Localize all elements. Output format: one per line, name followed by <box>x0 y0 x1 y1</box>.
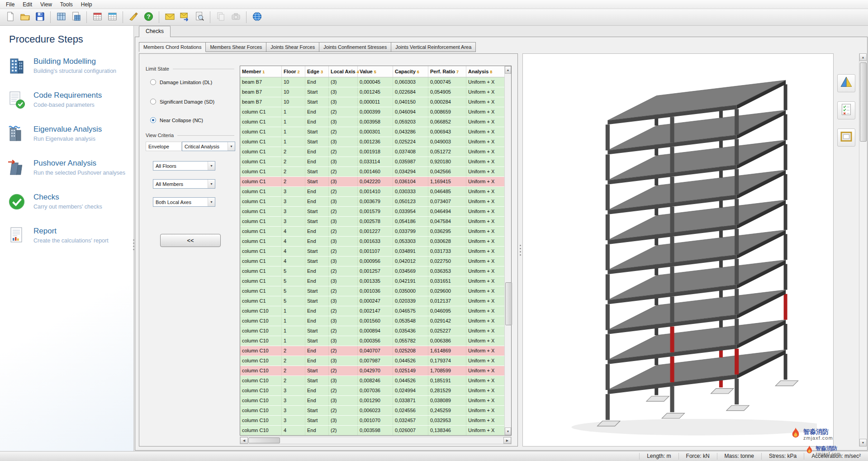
table-row[interactable]: column C1 3 End (2) 0,001410 0,030333 0,… <box>240 187 504 197</box>
scrollbar-thumb[interactable] <box>248 437 280 443</box>
table-horizontal-scrollbar[interactable]: ◀ ▶ <box>240 437 512 444</box>
table-row[interactable]: column C1 2 End (3) 0,033114 0,035987 0,… <box>240 157 504 167</box>
table-row[interactable]: column C10 2 Start (2) 0,042970 0,025149… <box>240 366 504 376</box>
web-button[interactable] <box>250 10 264 24</box>
sidebar-item-checks[interactable]: Checks Carry out members' checks <box>0 185 133 219</box>
window-vertical-scrollbar[interactable]: ▲ ▼ <box>859 53 867 447</box>
table-row[interactable]: column C10 3 Start (2) 0,006023 0,024556… <box>240 406 504 416</box>
results-blue-button[interactable] <box>105 10 119 24</box>
table-row[interactable]: column C1 3 End (3) 0,003679 0,050123 0,… <box>240 197 504 207</box>
members-select[interactable]: All Members ▼ <box>153 179 215 189</box>
results-red-button[interactable] <box>90 10 104 24</box>
col-header-capacity[interactable]: Capacity6 <box>393 66 428 77</box>
sidebar-item-building-modelling[interactable]: Building Modelling Building's structural… <box>0 49 133 83</box>
mail-send-button[interactable] <box>178 10 191 24</box>
table-row[interactable]: column C1 4 End (2) 0,001227 0,033799 0,… <box>240 227 504 237</box>
table-row[interactable]: beam B7 10 End (3) 0,000045 0,060303 0,0… <box>240 77 504 87</box>
menu-item[interactable]: View <box>36 0 56 9</box>
table-row[interactable]: beam B7 10 Start (3) 0,001245 0,022684 0… <box>240 87 504 97</box>
axes-select[interactable]: Both Local Axes ▼ <box>153 197 215 207</box>
sidebar-splitter[interactable] <box>132 233 135 257</box>
scroll-left-arrow-icon[interactable]: ◀ <box>240 437 248 444</box>
table-row[interactable]: column C1 4 Start (3) 0,000956 0,042012 … <box>240 257 504 266</box>
scroll-up-arrow-icon[interactable]: ▲ <box>505 66 511 74</box>
collapse-panel-button[interactable]: << <box>160 234 221 247</box>
frame-view-button[interactable] <box>54 10 68 24</box>
table-row[interactable]: column C1 4 End (3) 0,001633 0,053303 0,… <box>240 237 504 247</box>
copy-button[interactable] <box>214 10 228 24</box>
subtab-joints-shear-forces[interactable]: Joints Shear Forces <box>266 42 319 52</box>
scroll-right-arrow-icon[interactable]: ▶ <box>503 437 511 444</box>
tab-checks[interactable]: Checks <box>139 26 171 37</box>
new-button[interactable] <box>3 10 17 24</box>
scroll-down-arrow-icon[interactable]: ▼ <box>859 439 867 447</box>
menu-item[interactable]: Edit <box>19 0 36 9</box>
table-row[interactable]: column C10 3 End (3) 0,001290 0,033871 0… <box>240 396 504 406</box>
table-row[interactable]: column C10 2 End (3) 0,007987 0,044526 0… <box>240 356 504 366</box>
col-header-perf-ratio[interactable]: Perf. Ratio7 <box>428 66 466 77</box>
table-row[interactable]: column C1 5 Start (2) 0,001036 0,035000 … <box>240 286 504 296</box>
col-header-value[interactable]: Value5 <box>358 66 393 77</box>
table-row[interactable]: column C1 5 End (3) 0,001335 0,042191 0,… <box>240 276 504 286</box>
col-header-analysis[interactable]: Analysis8 <box>466 66 504 77</box>
col-header-local-axis[interactable]: Local Axis4 <box>329 66 358 77</box>
frame-view-button[interactable] <box>837 128 855 147</box>
table-row[interactable]: column C1 1 End (2) 0,000399 0,046094 0,… <box>240 107 504 117</box>
subtab-joints-confinement-stresses[interactable]: Joints Confinement Stresses <box>319 42 391 52</box>
subtab-joints-vertical-reinforcement-area[interactable]: Joints Vertical Reinforcement Area <box>391 42 476 52</box>
scrollbar-thumb[interactable] <box>860 62 867 142</box>
table-row[interactable]: column C10 1 Start (2) 0,000894 0,035436… <box>240 326 504 336</box>
preview-button[interactable] <box>193 10 206 24</box>
table-row[interactable]: column C1 2 End (2) 0,001918 0,037408 0,… <box>240 147 504 157</box>
menu-item[interactable]: Tools <box>56 0 77 9</box>
table-row[interactable]: column C10 1 End (2) 0,002147 0,046575 0… <box>240 306 504 316</box>
table-row[interactable]: column C10 1 Start (3) 0,000356 0,055782… <box>240 336 504 346</box>
sidebar-item-code-requirements[interactable]: Code Requirements Code-based parameters <box>0 83 133 117</box>
col-header-edge[interactable]: Edge3 <box>305 66 329 77</box>
snapshot-button[interactable] <box>229 10 242 24</box>
radio-significant-damage[interactable]: Significant Damage (SD) <box>150 99 214 105</box>
table-row[interactable]: column C1 5 End (2) 0,001257 0,034569 0,… <box>240 266 504 276</box>
scroll-down-arrow-icon[interactable]: ▼ <box>505 428 511 435</box>
floors-select[interactable]: All Floors ▼ <box>153 161 215 171</box>
table-row[interactable]: column C1 5 Start (3) 0,000247 0,020339 … <box>240 296 504 306</box>
scale-pyramid-button[interactable] <box>837 74 855 92</box>
scrollbar-thumb[interactable] <box>505 282 512 325</box>
table-row[interactable]: column C1 2 Start (3) 0,042220 0,036104 … <box>240 177 504 187</box>
table-row[interactable]: column C10 3 Start (3) 0,001070 0,032457… <box>240 416 504 426</box>
col-header-floor[interactable]: Floor2 <box>282 66 305 77</box>
sidebar-item-eigenvalue-analysis[interactable]: Eigenvalue Analysis Run Eigenvalue analy… <box>0 117 133 151</box>
help-button[interactable]: ? <box>142 10 155 24</box>
radio-damage-limitation[interactable]: Damage Limitation (DL) <box>150 79 212 85</box>
col-header-member[interactable]: Member1 <box>240 66 282 77</box>
table-row[interactable]: column C10 4 End (2) 0,003598 0,026007 0… <box>240 426 504 435</box>
table-view-button[interactable] <box>69 10 83 24</box>
mail-button[interactable] <box>163 10 176 24</box>
analysis-select[interactable]: Critical Analysis ▼ <box>182 142 235 151</box>
sidebar-item-pushover-analysis[interactable]: Pushover Analysis Run the selected Pusho… <box>0 151 133 185</box>
menu-item[interactable]: File <box>2 0 19 9</box>
sidebar-item-report[interactable]: Report Create the calculations' report <box>0 219 133 252</box>
table-row[interactable]: column C1 2 Start (2) 0,001460 0,034294 … <box>240 167 504 177</box>
table-row[interactable]: column C1 3 Start (2) 0,001579 0,033954 … <box>240 207 504 217</box>
table-row[interactable]: column C1 1 Start (2) 0,000301 0,043286 … <box>240 127 504 137</box>
subtab-members-shear-forces[interactable]: Members Shear Forces <box>205 42 266 52</box>
open-button[interactable] <box>18 10 32 24</box>
table-row[interactable]: column C1 1 End (3) 0,003958 0,059203 0,… <box>240 117 504 127</box>
table-row[interactable]: column C10 1 End (3) 0,001560 0,053548 0… <box>240 316 504 326</box>
table-row[interactable]: column C1 1 Start (3) 0,001236 0,025224 … <box>240 137 504 147</box>
table-row[interactable]: column C1 4 Start (2) 0,001107 0,034891 … <box>240 247 504 257</box>
table-row[interactable]: column C10 2 End (2) 0,040707 0,025208 1… <box>240 346 504 356</box>
scroll-up-arrow-icon[interactable]: ▲ <box>859 53 867 61</box>
clean-button[interactable] <box>127 10 140 24</box>
radio-near-collapse[interactable]: Near Collapse (NC) <box>150 117 203 123</box>
table-row[interactable]: beam B7 10 Start (3) 0,000011 0,040150 0… <box>240 97 504 107</box>
subtab-members-chord-rotations[interactable]: Members Chord Rotations <box>139 42 206 52</box>
checks-list-button[interactable] <box>837 101 855 119</box>
menu-item[interactable]: Help <box>77 0 96 9</box>
table-row[interactable]: column C1 3 Start (3) 0,002578 0,054186 … <box>240 217 504 227</box>
save-button[interactable] <box>33 10 47 24</box>
table-row[interactable]: column C10 3 End (2) 0,007036 0,024994 0… <box>240 386 504 396</box>
model-viewport[interactable] <box>522 53 834 447</box>
table-row[interactable]: column C10 2 Start (3) 0,008246 0,044526… <box>240 376 504 386</box>
